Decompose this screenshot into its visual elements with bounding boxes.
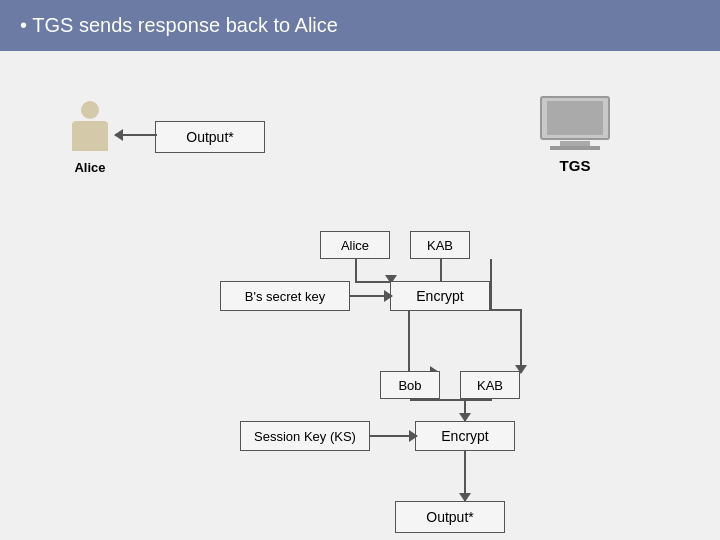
kab-vertical-line <box>440 259 442 283</box>
alice-diagram-box: Alice <box>320 231 390 259</box>
kab-top-h <box>490 309 522 311</box>
arrow-output-to-alice <box>115 134 157 136</box>
encrypt-top-box: Encrypt <box>390 281 490 311</box>
alice-person-icon <box>70 101 110 156</box>
merge-line-h <box>410 399 492 401</box>
connector-v1 <box>408 311 410 373</box>
arrow-session-to-encrypt <box>370 435 417 437</box>
tgs-label: TGS <box>560 157 591 174</box>
arrow-encrypt-to-output <box>464 451 466 501</box>
header-title: • TGS sends response back to Alice <box>20 14 338 37</box>
alice-figure: Alice <box>60 101 120 176</box>
alice-body <box>72 121 108 151</box>
computer-screen <box>547 101 603 135</box>
bob-box: Bob <box>380 371 440 399</box>
arrow-bs-to-encrypt <box>350 295 392 297</box>
header-text: TGS sends response back to Alice <box>32 14 338 36</box>
encrypt-bottom-box: Encrypt <box>415 421 515 451</box>
main-content: Alice Output* TGS Alice KAB B's secret k… <box>0 51 720 540</box>
kab-top-down <box>490 259 492 311</box>
page-header: • TGS sends response back to Alice <box>0 0 720 51</box>
output-box-top: Output* <box>155 121 265 153</box>
alice-vertical-line <box>355 259 357 283</box>
output-box-bottom: Output* <box>395 501 505 533</box>
bs-secret-key-box: B's secret key <box>220 281 350 311</box>
alice-head <box>81 101 99 119</box>
alice-top-label: Alice <box>74 160 105 176</box>
tgs-computer-icon <box>540 96 610 151</box>
bullet: • <box>20 14 27 36</box>
kab-bottom-box: KAB <box>460 371 520 399</box>
computer-monitor <box>540 96 610 140</box>
session-key-box: Session Key (KS) <box>240 421 370 451</box>
kab-top-down2 <box>520 309 522 373</box>
merge-arrow-down <box>464 399 466 421</box>
kab-top-box: KAB <box>410 231 470 259</box>
computer-stand <box>550 146 600 150</box>
tgs-figure: TGS <box>530 96 620 174</box>
